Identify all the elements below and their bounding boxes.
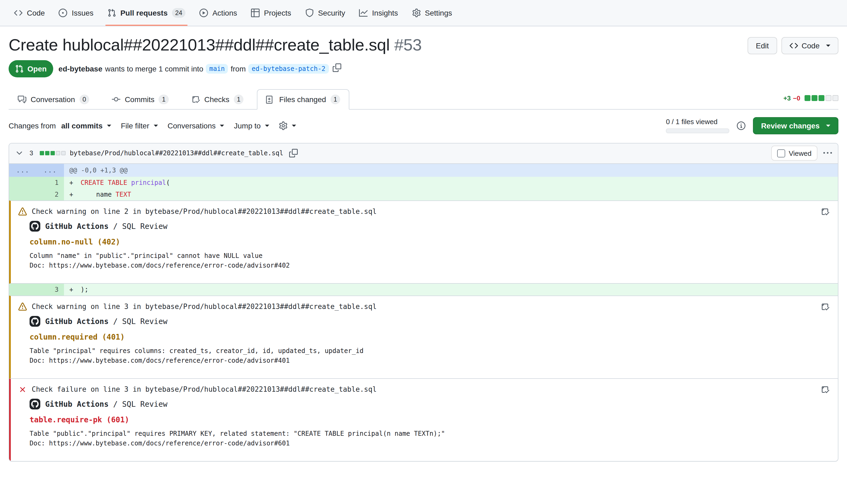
diffstat: +3 −0 (783, 94, 839, 102)
conversations-dropdown[interactable]: Conversations (168, 122, 224, 130)
nav-item-actions[interactable]: Actions (194, 0, 242, 26)
issue-icon (59, 8, 68, 17)
file-path-link[interactable]: bytebase/Prod/hublocal##20221013##ddl##c… (70, 150, 283, 157)
diff-line-3: 3+); (9, 284, 838, 295)
annotation-tool-name[interactable]: GitHub Actions / SQL Review (45, 317, 167, 326)
chevron-down-icon (292, 125, 296, 129)
github-actions-avatar (30, 221, 40, 232)
diff-line-code[interactable]: + name TEXT (64, 188, 838, 200)
tab-counter: 1 (330, 94, 340, 104)
new-line-number-cell[interactable]: 2 (37, 188, 64, 200)
file-filter-dropdown[interactable]: File filter (121, 122, 158, 130)
checklist-icon[interactable] (819, 384, 830, 395)
code-token: ( (166, 179, 170, 186)
annotation-tool-name[interactable]: GitHub Actions / SQL Review (45, 222, 167, 231)
code-button[interactable]: Code (781, 37, 839, 54)
main-content: Create hublocal##20221013##ddl##create_t… (0, 26, 847, 462)
diff-hunk-row: ......@@ -0,0 +1,3 @@ (9, 164, 838, 177)
viewed-checkbox[interactable] (777, 149, 785, 158)
old-line-number-cell[interactable] (9, 188, 37, 200)
nav-item-settings[interactable]: Settings (407, 0, 457, 26)
diff-square-added (812, 95, 817, 101)
nav-item-security[interactable]: Security (300, 0, 350, 26)
annotation-rule-title: column.no-null (402) (30, 237, 829, 246)
expand-hunk-cell[interactable]: ... (37, 164, 64, 177)
nav-item-label: Projects (264, 8, 291, 17)
jump-to-dropdown[interactable]: Jump to (234, 122, 270, 130)
tab-conversation[interactable]: Conversation0 (8, 89, 98, 110)
tab-counter: 1 (159, 94, 169, 104)
diff-square-neutral (56, 151, 60, 156)
tab-files-changed[interactable]: Files changed1 (257, 89, 349, 110)
diff-line-code[interactable]: +); (64, 284, 838, 295)
annotation-title: Check warning on line 3 in bytebase/Prod… (32, 303, 377, 311)
tab-commits[interactable]: Commits1 (103, 89, 178, 110)
nav-item-insights[interactable]: Insights (354, 0, 403, 26)
nav-item-label: Settings (425, 8, 452, 17)
pr-tabs: Conversation0Commits1Checks1Files change… (8, 89, 839, 109)
files-viewed-label: 0 / 1 files viewed (666, 118, 729, 126)
viewed-toggle-button[interactable]: Viewed (771, 146, 817, 161)
tab-checks[interactable]: Checks1 (182, 89, 253, 110)
new-line-number-cell[interactable]: 3 (37, 284, 64, 295)
annotation-tool-name[interactable]: GitHub Actions / SQL Review (45, 400, 167, 408)
changes-from-dropdown[interactable]: Changes from all commits (8, 122, 111, 130)
annotation-title: Check failure on line 3 in bytebase/Prod… (32, 385, 377, 394)
nav-item-projects[interactable]: Projects (246, 0, 296, 26)
diff-toolbar-right: 0 / 1 files viewed Review changes (666, 117, 839, 134)
pr-actions: Edit Code (748, 37, 839, 54)
graph-icon (359, 8, 368, 17)
diff-square-added (45, 151, 49, 156)
repo-nav: CodeIssuesPull requests24ActionsProjects… (0, 0, 847, 26)
file-changes-count: 3 (30, 150, 33, 157)
nav-item-label: Actions (212, 8, 237, 17)
diff-line-code[interactable]: +CREATE TABLE principal( (64, 177, 838, 188)
diff-toolbar-left: Changes from all commits File filter Con… (8, 122, 296, 130)
info-icon[interactable] (737, 122, 745, 130)
collapse-file-button[interactable] (14, 147, 25, 159)
files-viewed-progress (666, 129, 729, 133)
checklist-icon[interactable] (819, 302, 830, 312)
pr-state-badge: Open (8, 60, 53, 77)
base-branch-label[interactable]: main (206, 64, 228, 74)
code-token: name (80, 191, 115, 198)
chevron-down-icon (15, 149, 24, 158)
repo-nav-items: CodeIssuesPull requests24ActionsProjects… (8, 0, 457, 26)
old-line-number-cell[interactable] (9, 284, 37, 295)
tab-label: Checks (204, 95, 229, 104)
merge-description: ed-bytebase wants to merge 1 commit into… (58, 62, 342, 75)
copy-branch-button[interactable] (331, 62, 342, 75)
check-annotation-warning: Check warning on line 2 in bytebase/Prod… (9, 200, 838, 284)
diff-line-2: 2+ name TEXT (9, 188, 838, 200)
review-changes-button[interactable]: Review changes (753, 117, 839, 134)
diff-square-added (39, 151, 44, 156)
nav-item-code[interactable]: Code (8, 0, 50, 26)
code-token: ); (80, 286, 88, 293)
annotation-title-row: Check failure on line 3 in bytebase/Prod… (18, 385, 829, 394)
expand-hunk-cell[interactable]: ... (9, 164, 37, 177)
old-line-number-cell[interactable] (9, 177, 37, 188)
diffstat-additions: +3 (783, 94, 791, 102)
github-actions-avatar (30, 316, 40, 327)
file-kebab-menu-button[interactable] (822, 147, 833, 159)
annotation-message: Table "public"."principal" requires PRIM… (30, 429, 829, 448)
pr-author[interactable]: ed-bytebase (58, 65, 102, 73)
annotation-title: Check warning on line 2 in bytebase/Prod… (32, 208, 377, 216)
code-token: CREATE TABLE (80, 179, 127, 186)
tab-counter: 0 (79, 94, 89, 104)
head-branch-label[interactable]: ed-bytebase-patch-2 (249, 64, 329, 74)
code-token: principal (131, 179, 166, 186)
hunk-header-text: @@ -0,0 +1,3 @@ (64, 164, 838, 177)
comment-discussion-icon (18, 95, 26, 104)
annotation-rule-title: table.require-pk (601) (30, 415, 829, 424)
diff-settings-button[interactable] (279, 122, 296, 130)
addition-marker: + (69, 284, 80, 295)
edit-button[interactable]: Edit (748, 37, 777, 54)
checklist-icon[interactable] (819, 206, 830, 217)
nav-item-issues[interactable]: Issues (53, 0, 99, 26)
nav-item-pull-requests[interactable]: Pull requests24 (102, 0, 191, 26)
chevron-down-icon (220, 125, 224, 129)
copy-path-button[interactable] (288, 147, 299, 159)
new-line-number-cell[interactable]: 1 (37, 177, 64, 188)
diff-square-neutral (826, 95, 831, 101)
